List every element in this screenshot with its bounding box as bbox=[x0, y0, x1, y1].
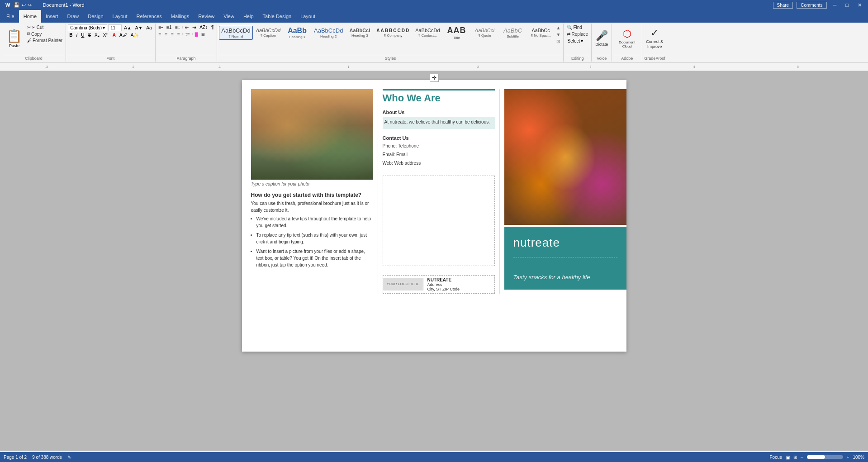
tab-insert[interactable]: Insert bbox=[41, 10, 63, 23]
tab-draw[interactable]: Draw bbox=[63, 10, 84, 23]
tab-review[interactable]: Review bbox=[194, 10, 219, 23]
about-us-text[interactable]: At nutreate, we believe that healthy can… bbox=[384, 119, 493, 125]
decrease-font-size-button[interactable]: A▼ bbox=[134, 25, 144, 31]
style-heading3[interactable]: AaBbCcI Heading 3 bbox=[346, 26, 373, 39]
copy-button[interactable]: ⧉ Copy bbox=[26, 31, 64, 37]
tab-mailings[interactable]: Mailings bbox=[166, 10, 194, 23]
tab-file[interactable]: File bbox=[2, 10, 19, 23]
photo-caption[interactable]: Type a caption for your photo bbox=[251, 181, 373, 186]
tab-references[interactable]: References bbox=[132, 10, 166, 23]
justify-button[interactable]: ≡ bbox=[176, 31, 181, 37]
print-layout-icon[interactable]: ▣ bbox=[786, 455, 790, 460]
template-body[interactable]: You can use this fresh, professional bro… bbox=[251, 200, 373, 214]
flowers-photo[interactable] bbox=[504, 89, 626, 225]
numbering-button[interactable]: ≡1 bbox=[165, 24, 173, 30]
underline-button[interactable]: U bbox=[80, 32, 85, 38]
style-nospace[interactable]: AaBbCc ¶ No Spac... bbox=[527, 26, 555, 39]
find-button[interactable]: 🔍 Find bbox=[565, 24, 583, 30]
quick-access-redo[interactable]: ↪ bbox=[28, 2, 32, 8]
replace-button[interactable]: ⇄ Replace bbox=[565, 31, 589, 37]
bullet-item-3[interactable]: Want to insert a picture from your files… bbox=[256, 248, 373, 268]
comments-button[interactable]: Comments bbox=[797, 2, 826, 9]
font-family-dropdown[interactable]: Cambria (Body) ▾ bbox=[68, 24, 107, 31]
dictate-button[interactable]: 🎤 Dictate bbox=[593, 24, 610, 52]
superscript-button[interactable]: X² bbox=[102, 32, 109, 38]
style-normal[interactable]: AaBbCcDd ¶ Normal bbox=[219, 26, 252, 40]
tab-home[interactable]: Home bbox=[19, 10, 41, 23]
style-heading2[interactable]: AaBbCcDd Heading 2 bbox=[312, 26, 345, 40]
style-subtitle[interactable]: AaBbC Subtitle bbox=[499, 26, 526, 40]
contact-phone[interactable]: Phone: Telephone bbox=[383, 143, 495, 149]
increase-font-size-button[interactable]: A▲ bbox=[123, 25, 133, 31]
share-button[interactable]: Share bbox=[773, 2, 793, 9]
style-heading1[interactable]: AaBb Heading 1 bbox=[284, 25, 311, 40]
about-us-title[interactable]: About Us bbox=[383, 110, 495, 115]
close-button[interactable]: ✕ bbox=[855, 2, 864, 8]
style-quote[interactable]: AaBbCcI ¶ Quote bbox=[471, 26, 498, 39]
tab-layout2[interactable]: Layout bbox=[296, 10, 320, 23]
quick-access-save[interactable]: 💾 bbox=[14, 2, 20, 8]
logo-box[interactable]: YOUR LOGO HERE bbox=[383, 278, 424, 290]
proofing-icon[interactable]: ✎ bbox=[67, 455, 71, 460]
tab-table-design[interactable]: Table Design bbox=[258, 10, 296, 23]
sort-button[interactable]: AZ↕ bbox=[198, 24, 209, 30]
template-heading[interactable]: How do you get started with this templat… bbox=[251, 192, 373, 198]
align-left-button[interactable]: ≡ bbox=[157, 31, 163, 37]
align-center-button[interactable]: ≡ bbox=[163, 31, 169, 37]
contact-email[interactable]: Email: Email bbox=[383, 151, 495, 158]
page[interactable]: ✛ Type a caption for your photo How do y… bbox=[242, 80, 626, 352]
web-layout-icon[interactable]: ⊞ bbox=[793, 455, 797, 460]
zoom-out-button[interactable]: − bbox=[801, 455, 803, 460]
quick-access-undo[interactable]: ↩ bbox=[22, 2, 26, 8]
multilevel-list-button[interactable]: ≡↕ bbox=[174, 24, 181, 30]
shading-button[interactable]: ▓ bbox=[194, 31, 199, 37]
styles-expand[interactable]: ⊡ bbox=[555, 38, 562, 45]
show-formatting-button[interactable]: ¶ bbox=[210, 24, 215, 30]
style-company[interactable]: AABBCCDD ¶ Company bbox=[374, 27, 412, 39]
tab-view[interactable]: View bbox=[219, 10, 239, 23]
bullet-item-2[interactable]: To replace any tip text (such as this) w… bbox=[256, 232, 373, 245]
zoom-in-button[interactable]: + bbox=[847, 455, 849, 460]
photo-placeholder[interactable] bbox=[251, 89, 373, 180]
style-title[interactable]: AAB Title bbox=[443, 24, 470, 41]
bullets-button[interactable]: ≡• bbox=[157, 24, 164, 30]
zoom-slider[interactable] bbox=[807, 455, 843, 459]
correct-improve-button[interactable]: ✓ Correct & Improve bbox=[644, 24, 665, 52]
align-right-button[interactable]: ≡ bbox=[170, 31, 175, 37]
minimize-button[interactable]: ─ bbox=[830, 2, 840, 8]
style-caption[interactable]: AaBbCcDd ¶ Caption bbox=[254, 26, 283, 39]
tab-layout[interactable]: Layout bbox=[108, 10, 132, 23]
contact-web[interactable]: Web: Web address bbox=[383, 160, 495, 167]
bold-button[interactable]: B bbox=[68, 32, 74, 38]
bullet-item-1[interactable]: We've included a few tips throughout the… bbox=[256, 215, 373, 229]
decrease-indent-button[interactable]: ⇤ bbox=[184, 24, 190, 30]
styles-scroll-down[interactable]: ▼ bbox=[555, 31, 562, 38]
tab-help[interactable]: Help bbox=[239, 10, 258, 23]
format-painter-button[interactable]: 🖌 Format Painter bbox=[26, 38, 64, 43]
italic-button[interactable]: I bbox=[75, 32, 79, 38]
paste-button[interactable]: 📋 Paste bbox=[4, 24, 25, 52]
subscript-button[interactable]: X₂ bbox=[93, 32, 101, 38]
borders-button[interactable]: ⊞ bbox=[200, 31, 206, 37]
move-handle[interactable]: ✛ bbox=[430, 74, 439, 82]
document-cloud-button[interactable]: ⬡ Document Cloud bbox=[614, 24, 640, 52]
who-we-are-heading[interactable]: Who We Are bbox=[383, 89, 495, 104]
teal-brand-box[interactable]: nutreate Tasty snacks for a healthy life bbox=[504, 227, 626, 290]
font-size-dropdown[interactable]: 11 bbox=[108, 24, 122, 31]
cut-button[interactable]: ✂ ✂ Cut bbox=[26, 24, 64, 30]
style-contact[interactable]: AaBbCcDd ¶ Contact... bbox=[413, 26, 442, 39]
tab-design[interactable]: Design bbox=[83, 10, 108, 23]
address-box[interactable]: NUTREATE Address City, ST ZIP Code bbox=[423, 276, 463, 293]
strikethrough-button[interactable]: S bbox=[86, 32, 92, 38]
text-effects-button[interactable]: A✨ bbox=[129, 32, 141, 38]
font-color-button[interactable]: A bbox=[111, 32, 117, 38]
increase-indent-button[interactable]: ⇥ bbox=[191, 24, 197, 30]
contact-us-title[interactable]: Contact Us bbox=[383, 135, 495, 141]
styles-scroll-up[interactable]: ▲ bbox=[555, 24, 562, 31]
clear-formatting-button[interactable]: Aa bbox=[145, 25, 153, 31]
select-dropdown[interactable]: Select ▾ bbox=[565, 38, 585, 44]
middle-empty-box[interactable] bbox=[383, 176, 495, 266]
line-spacing-button[interactable]: ↕≡ bbox=[184, 31, 191, 37]
focus-label[interactable]: Focus bbox=[770, 455, 782, 460]
highlight-button[interactable]: A🖊 bbox=[118, 32, 128, 38]
